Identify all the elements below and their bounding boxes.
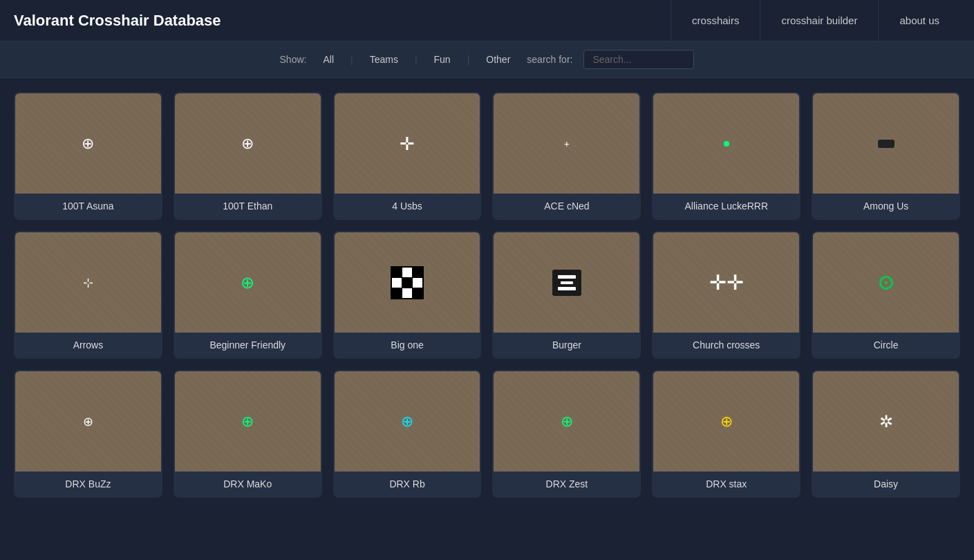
card-label: Arrows [15, 333, 161, 357]
crosshair-grid: ⊕ 100T Asuna ⊕ 100T Ethan ✛ 4 Usbs + ACE… [0, 78, 974, 512]
card-label: ACE cNed [494, 194, 639, 218]
card-ace-cned[interactable]: + ACE cNed [492, 92, 641, 220]
card-big-one[interactable]: Big one [333, 231, 482, 359]
crosshair-symbol: ⊕ [241, 274, 254, 291]
card-image: ⊹ [15, 232, 161, 333]
site-title: Valorant Crosshair Database [14, 12, 671, 30]
nav-crosshairs[interactable]: crosshairs [671, 0, 760, 41]
card-label: Burger [494, 333, 639, 357]
crosshair-symbol [724, 141, 729, 147]
crosshair-symbol: ✛✛ [709, 272, 744, 293]
card-image: ✛ [335, 93, 480, 194]
crosshair-symbol: ✛ [400, 135, 415, 153]
card-label: DRX stax [653, 472, 799, 496]
card-image: ⊕ [15, 93, 161, 194]
card-100t-ethan[interactable]: ⊕ 100T Ethan [174, 92, 322, 220]
card-image [335, 232, 480, 333]
filter-other[interactable]: Other [480, 53, 516, 66]
nav-crosshair-builder[interactable]: crosshair builder [760, 0, 878, 41]
card-burger[interactable]: Burger [492, 231, 641, 359]
card-label: 4 Usbs [335, 194, 480, 218]
header: Valorant Crosshair Database crosshairs c… [0, 0, 974, 41]
card-label: Daisy [813, 472, 959, 496]
crosshair-symbol: ⊕ [561, 414, 573, 429]
card-image: ⊕ [335, 371, 480, 472]
crosshair-symbol: ✲ [879, 413, 893, 430]
card-drx-buzz[interactable]: ⊕ DRX BuZz [14, 370, 162, 498]
card-image: ⊕ [175, 371, 321, 472]
crosshair-symbol: ⊕ [82, 136, 94, 151]
crosshair-symbol [878, 140, 895, 148]
card-label: DRX BuZz [15, 472, 161, 496]
card-label: Alliance LuckeRRR [653, 194, 799, 218]
main-nav: crosshairs crosshair builder about us [671, 0, 960, 41]
card-label: Church crosses [653, 333, 799, 357]
card-image: ✲ [813, 371, 959, 472]
card-label: Beginner Friendly [175, 333, 321, 357]
big-block-shape [391, 266, 424, 299]
search-input[interactable] [583, 50, 694, 69]
card-label: 100T Asuna [15, 194, 161, 218]
card-alliance-luckerrr[interactable]: Alliance LuckeRRR [652, 92, 800, 220]
card-image: ⊕ [175, 232, 321, 333]
card-label: Big one [335, 333, 480, 357]
card-drx-mako[interactable]: ⊕ DRX MaKo [174, 370, 322, 498]
card-100t-asuna[interactable]: ⊕ 100T Asuna [14, 92, 162, 220]
card-label: DRX Zest [494, 472, 639, 496]
filter-bar: Show: All | Teams | Fun | Other search f… [0, 41, 974, 78]
card-label: DRX MaKo [175, 472, 321, 496]
circle-crosshair [879, 276, 893, 290]
card-label: DRX Rb [335, 472, 480, 496]
card-image: ⊕ [653, 371, 799, 472]
crosshair-symbol: ⊕ [241, 414, 254, 429]
card-arrows[interactable]: ⊹ Arrows [14, 231, 162, 359]
card-image: + [494, 93, 639, 194]
card-image: ⊕ [494, 371, 639, 472]
card-beginner-friendly[interactable]: ⊕ Beginner Friendly [174, 231, 322, 359]
nav-about-us[interactable]: about us [878, 0, 960, 41]
filter-teams[interactable]: Teams [364, 53, 404, 66]
card-image [494, 232, 639, 333]
card-church-crosses[interactable]: ✛✛ Church crosses [652, 231, 800, 359]
crosshair-symbol: + [564, 139, 570, 149]
card-4-usbs[interactable]: ✛ 4 Usbs [333, 92, 482, 220]
card-drx-stax[interactable]: ⊕ DRX stax [652, 370, 800, 498]
crosshair-symbol: ⊕ [401, 414, 413, 429]
card-image: ⊕ [15, 371, 161, 472]
burger-shape [552, 270, 581, 296]
card-circle[interactable]: Circle [812, 231, 960, 359]
card-drx-zest[interactable]: ⊕ DRX Zest [492, 370, 641, 498]
crosshair-symbol: ⊕ [83, 416, 93, 428]
card-among-us[interactable]: Among Us [812, 92, 960, 220]
filter-fun[interactable]: Fun [429, 53, 456, 66]
card-daisy[interactable]: ✲ Daisy [812, 370, 960, 498]
card-image [813, 93, 959, 194]
card-drx-rb[interactable]: ⊕ DRX Rb [333, 370, 482, 498]
crosshair-symbol: ⊕ [720, 414, 733, 429]
card-image [653, 93, 799, 194]
crosshair-symbol: ⊕ [241, 136, 254, 151]
filter-all[interactable]: All [317, 53, 339, 66]
search-label: search for: [527, 54, 572, 65]
card-image: ✛✛ [653, 232, 799, 333]
card-image: ⊕ [175, 93, 321, 194]
card-label: Circle [813, 333, 959, 357]
card-label: 100T Ethan [175, 194, 321, 218]
show-label: Show: [280, 54, 307, 65]
card-image [813, 232, 959, 333]
crosshair-symbol: ⊹ [83, 277, 93, 289]
card-label: Among Us [813, 194, 959, 218]
